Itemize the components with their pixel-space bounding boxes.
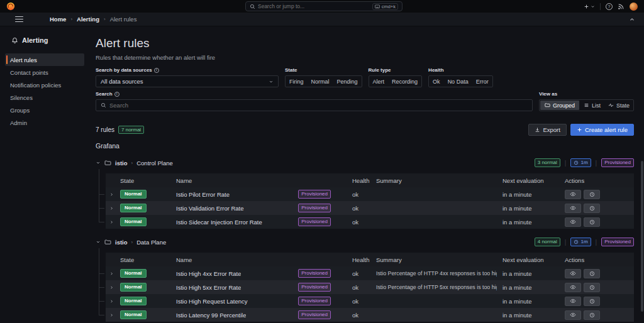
- provisioned-badge: Provisioned: [601, 238, 634, 246]
- menu-toggle-button[interactable]: [15, 16, 23, 23]
- health-value: ok: [351, 205, 376, 212]
- state-filter-firing[interactable]: Firing: [286, 76, 308, 87]
- group-folder-link[interactable]: istio: [115, 160, 128, 167]
- rule-name-link[interactable]: Istio High Request Latency: [176, 298, 248, 305]
- health-filter-ok[interactable]: Ok: [429, 76, 444, 87]
- sidebar-item-alert-rules[interactable]: Alert rules: [5, 53, 84, 66]
- rule-history-button[interactable]: [584, 204, 600, 213]
- view-rule-button[interactable]: [565, 269, 581, 278]
- rules-search-field[interactable]: [96, 99, 533, 111]
- view-rule-button[interactable]: [565, 297, 581, 306]
- rule-name-link[interactable]: Istio High 5xx Error Rate: [176, 284, 241, 291]
- global-search-input[interactable]: [258, 3, 370, 9]
- table-row: Normal Istio Latency 99 Percentile Provi…: [106, 308, 634, 322]
- scrollbar-thumb[interactable]: [641, 161, 643, 312]
- eye-icon: [570, 205, 576, 211]
- state-badge: Normal: [120, 217, 147, 226]
- health-filter-nodata[interactable]: No Data: [444, 76, 472, 87]
- table-row: Normal Istio High 4xx Error Rate Provisi…: [106, 266, 634, 280]
- collapse-topbar-button[interactable]: [629, 16, 635, 23]
- collapse-group-icon[interactable]: [96, 160, 101, 165]
- table-row: Normal Istio High 5xx Error Rate Provisi…: [106, 280, 634, 294]
- rules-search-input[interactable]: [109, 102, 528, 109]
- table-header-row: State Name Health Summary Next evaluatio…: [106, 253, 634, 266]
- view-as-state[interactable]: State: [604, 100, 633, 111]
- rule-name-link[interactable]: Istio Pilot Error Rate: [176, 191, 230, 198]
- breadcrumb-separator-icon: ›: [70, 16, 72, 22]
- breadcrumb-alerting[interactable]: Alerting: [77, 16, 99, 23]
- global-search[interactable]: cmd+k: [245, 1, 402, 11]
- expand-row-icon[interactable]: [109, 313, 114, 317]
- expand-row-icon[interactable]: [109, 299, 114, 304]
- table-row: Normal Istio Pilot Error Rate Provisione…: [106, 187, 634, 201]
- grafana-logo[interactable]: [6, 2, 15, 11]
- rule-history-button[interactable]: [584, 217, 600, 227]
- history-clock-icon: [589, 298, 595, 304]
- rule-history-button[interactable]: [584, 269, 600, 278]
- state-filter-normal[interactable]: Normal: [308, 76, 333, 87]
- expand-row-icon[interactable]: [109, 220, 114, 224]
- rules-count: 7 rules: [96, 126, 114, 133]
- sidebar-item-admin[interactable]: Admin: [5, 116, 84, 129]
- rule-name-link[interactable]: Istio High 4xx Error Rate: [176, 270, 241, 277]
- rule-history-button[interactable]: [584, 297, 600, 306]
- sidebar-item-silences[interactable]: Silences: [5, 91, 84, 104]
- rule-name-link[interactable]: Istio Sidecar Injection Error Rate: [176, 219, 262, 226]
- eye-icon: [570, 270, 576, 276]
- rule-history-button[interactable]: [584, 283, 600, 292]
- clock-icon: [574, 239, 579, 244]
- next-evaluation-value: in a minute: [497, 270, 560, 277]
- state-filter-pending[interactable]: Pending: [333, 76, 362, 87]
- group-folder-link[interactable]: istio: [115, 239, 128, 246]
- view-rule-button[interactable]: [565, 310, 581, 320]
- history-clock-icon: [589, 219, 595, 225]
- rule-name-link[interactable]: Istio Latency 99 Percentile: [176, 312, 246, 319]
- help-icon[interactable]: ?: [606, 3, 613, 10]
- rule-history-button[interactable]: [584, 190, 600, 199]
- view-as-toggle: Grouped List State: [539, 99, 634, 111]
- group-normal-count-badge: 4 normal: [535, 238, 560, 246]
- view-rule-button[interactable]: [565, 217, 581, 227]
- rule-history-button[interactable]: [584, 310, 600, 320]
- pulse-icon: [608, 102, 614, 108]
- state-filter-group: Firing Normal Pending: [285, 75, 362, 87]
- rule-type-filter-recording[interactable]: Recording: [388, 76, 421, 87]
- rule-type-filter-alert[interactable]: Alert: [369, 76, 389, 87]
- expand-row-icon[interactable]: [109, 192, 114, 197]
- add-menu-button[interactable]: [584, 4, 595, 9]
- view-rule-button[interactable]: [565, 190, 581, 199]
- page-title: Alert rules: [96, 36, 634, 50]
- sidebar-item-contact-points[interactable]: Contact points: [5, 66, 84, 79]
- export-button[interactable]: Export: [528, 124, 566, 136]
- expand-row-icon[interactable]: [109, 271, 114, 276]
- rule-type-filter-label: Rule type: [369, 67, 423, 73]
- rule-name-link[interactable]: Istio Validation Error Rate: [176, 205, 244, 212]
- health-filter-error[interactable]: Error: [472, 76, 492, 87]
- summary-value: Istio Percentage of HTTP 4xx responses i…: [376, 270, 497, 276]
- news-icon[interactable]: [618, 3, 625, 10]
- collapse-group-icon[interactable]: [96, 239, 101, 244]
- datasource-select[interactable]: All data sources: [96, 75, 279, 87]
- expand-row-icon[interactable]: [109, 206, 114, 211]
- breadcrumb-separator-icon: ›: [104, 16, 106, 22]
- create-alert-rule-button[interactable]: Create alert rule: [570, 124, 634, 136]
- view-rule-button[interactable]: [565, 283, 581, 292]
- sidebar-item-notification-policies[interactable]: Notification policies: [5, 79, 84, 91]
- folder-icon: [104, 160, 111, 167]
- eye-icon: [570, 298, 576, 304]
- table-header-row: State Name Health Summary Next evaluatio…: [106, 173, 634, 187]
- sidebar-item-groups[interactable]: Groups: [5, 104, 84, 116]
- shortcut-hint: cmd+k: [372, 3, 398, 10]
- provisioned-badge: Provisioned: [601, 158, 634, 167]
- group-name-link[interactable]: Control Plane: [136, 160, 173, 167]
- expand-row-icon[interactable]: [109, 285, 114, 290]
- state-badge: Normal: [120, 269, 147, 278]
- view-as-grouped[interactable]: Grouped: [540, 101, 579, 110]
- view-as-list[interactable]: List: [580, 100, 604, 111]
- history-clock-icon: [589, 192, 595, 197]
- topbar-actions: ?: [584, 3, 638, 11]
- view-rule-button[interactable]: [565, 204, 581, 213]
- user-avatar[interactable]: [630, 3, 638, 11]
- group-name-link[interactable]: Data Plane: [136, 239, 166, 246]
- breadcrumb-home[interactable]: Home: [50, 16, 66, 23]
